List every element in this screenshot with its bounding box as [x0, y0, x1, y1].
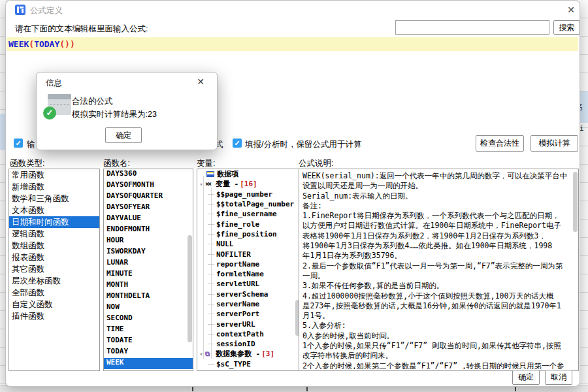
function-type-item[interactable]: 全部函数 — [9, 287, 99, 299]
valid-formula-message: 合法的公式 — [72, 96, 113, 107]
function-type-list: 常用函数新增函数数学和三角函数文本函数日期和时间函数逻辑函数数组函数报表函数其它… — [8, 169, 100, 371]
function-name-item[interactable]: TODAY — [104, 347, 193, 358]
scrollbar-thumb[interactable] — [188, 235, 192, 342]
tree-row[interactable]: serverSchema — [197, 289, 301, 299]
tree-row-label: 变量 - — [216, 179, 238, 189]
function-type-item[interactable]: 逻辑函数 — [9, 228, 99, 240]
tree-row-label: contextPath — [216, 330, 264, 338]
tree-row-label: $sC_TYPE — [216, 360, 251, 368]
tree-connector — [208, 254, 214, 255]
tree-row-label: sessionID — [216, 340, 255, 348]
analysis-keep-formula-label[interactable]: 填报/分析时，保留公式用于计算 — [245, 139, 361, 150]
tree-row[interactable]: serverPort — [197, 309, 301, 319]
expander-icon[interactable]: ▾ — [197, 351, 205, 357]
ok-button[interactable]: 确定 — [512, 370, 540, 385]
function-name-item[interactable]: TIME — [104, 325, 193, 336]
tree-row[interactable]: $$page_number — [197, 189, 301, 199]
function-type-item[interactable]: 日期和时间函数 — [9, 216, 99, 228]
formula-token: ( — [59, 39, 65, 49]
ruler-tick — [192, 387, 193, 391]
tree-row[interactable]: 数据项 — [197, 169, 301, 179]
function-type-item[interactable]: 新增函数 — [9, 181, 99, 193]
description-line: Serial_num:表示输入的日期。 — [302, 191, 572, 201]
function-type-item[interactable]: 数组函数 — [9, 240, 99, 252]
cancel-button[interactable]: 取消 — [545, 370, 572, 385]
tree-connector — [208, 274, 214, 274]
tree-row-label: formletName — [216, 270, 264, 278]
function-name-item[interactable]: ENDOFMONTH — [104, 225, 193, 236]
tree-row-label: serverName — [216, 300, 259, 308]
variable-icon: ×× — [205, 180, 214, 188]
analysis-keep-formula-checkbox[interactable]: ✓ — [233, 139, 242, 148]
tree-row[interactable]: formletName — [197, 269, 301, 279]
tree-row[interactable]: sessionID — [197, 339, 301, 349]
simulate-calc-button[interactable]: 模拟计算 — [531, 135, 578, 152]
ruler-tick — [515, 387, 516, 391]
function-name-item[interactable]: SECOND — [104, 314, 193, 325]
function-name-item[interactable]: TODATE — [104, 336, 193, 347]
description-line: 2个入参的时候,如果第二个参数是“F1”/“F7” ,转换日期的时候只用第一个参 — [302, 361, 572, 369]
expander-icon[interactable]: ▾ — [197, 181, 205, 188]
function-name-item[interactable]: DAYSOFYEAR — [104, 203, 193, 214]
function-type-item[interactable]: 层次坐标函数 — [9, 275, 99, 287]
function-name-item[interactable]: DAYSOFMONTH — [104, 180, 193, 191]
function-type-item[interactable]: 数学和三角函数 — [9, 193, 99, 204]
function-name-item[interactable]: MONTH — [104, 280, 193, 291]
search-input[interactable] — [395, 20, 549, 35]
formula-description-panel: WEEK(serial_num):返回一个代表一年中的第几周的数字，可以在决策平… — [299, 169, 579, 371]
function-type-item[interactable]: 报表函数 — [9, 252, 99, 263]
function-type-item[interactable]: 插件函数 — [9, 310, 99, 322]
function-name-item[interactable]: HOUR — [104, 236, 193, 247]
function-name-item[interactable]: DAYSOFQUARTER — [104, 191, 193, 203]
tree-row[interactable]: contextPath — [197, 329, 301, 339]
function-name-item[interactable]: LUNAR — [104, 258, 193, 269]
function-type-item[interactable]: 文本函数 — [9, 204, 99, 216]
tree-row[interactable]: $fine_position — [197, 229, 301, 239]
formula-token: WEEK — [8, 39, 29, 49]
function-name-list: DAYS360DAYSOFMONTHDAYSOFQUARTERDAYSOFYEA… — [103, 169, 193, 371]
tree-row[interactable]: NULL — [197, 239, 301, 249]
tree-connector — [208, 304, 214, 304]
tree-row[interactable]: $fine_role — [197, 219, 301, 229]
tree-row[interactable]: serverURL — [197, 319, 301, 329]
description-line: 2.最后一个参数取值“F1”代表以一月一号为第一周,“F7”表示完整的一周为第 — [302, 261, 572, 271]
function-name-item[interactable]: MONTHDELTA — [104, 291, 193, 302]
info-close-icon[interactable]: ✕ — [195, 76, 206, 88]
tree-row[interactable]: ▾××变量 - [16] — [197, 179, 301, 189]
description-line: 月1号。 — [302, 311, 572, 321]
function-name-item[interactable]: NOW — [104, 302, 193, 314]
tree-connector — [208, 214, 214, 214]
formula-description-label: 公式说明: — [299, 158, 333, 169]
function-name-item[interactable]: DAYVALUE — [104, 214, 193, 225]
variables-label: 变量: — [197, 158, 215, 169]
function-name-item[interactable]: MINUTE — [104, 269, 193, 280]
variables-tree: 数据项▾××变量 - [16]$$page_number$$totalPage_… — [197, 169, 301, 371]
close-icon[interactable]: ✕ — [565, 5, 577, 16]
export-keep-formula-label-left[interactable]: 输 — [27, 139, 35, 150]
function-type-item[interactable]: 常用函数 — [9, 169, 99, 181]
info-ok-button[interactable]: 确定 — [105, 127, 142, 143]
check-validity-button[interactable]: 检查合法性 — [476, 135, 524, 152]
tree-row-label: $$page_number — [216, 190, 272, 199]
description-line: 5.入参分析: — [302, 321, 572, 331]
tree-row[interactable]: serverName — [197, 299, 301, 309]
finereport-logo-icon — [15, 5, 25, 15]
description-line: 1个入参的时候,如果只传“F1”/“F7” 则取当前时间,如果传其他字符串,按照 — [302, 341, 572, 351]
tree-row[interactable]: servletURL — [197, 279, 301, 289]
tree-row[interactable]: NOFILTER — [197, 249, 301, 259]
tree-row[interactable]: ▾⧉数据集参数 - [3] — [197, 349, 301, 359]
function-name-item[interactable]: WEEK — [104, 358, 193, 369]
function-name-item[interactable]: ISWORKDAY — [104, 247, 193, 258]
export-keep-formula-checkbox[interactable]: ✓ — [14, 139, 23, 148]
tree-row[interactable]: reportName — [197, 259, 301, 269]
function-type-item[interactable]: 自定义函数 — [9, 299, 99, 310]
function-name-item[interactable]: DAYS360 — [104, 169, 193, 180]
tree-row-label: NULL — [216, 240, 234, 248]
search-button[interactable]: 搜索 — [553, 20, 580, 35]
tree-row[interactable]: $$totalPage_number — [197, 199, 301, 209]
tree-row[interactable]: $fine_username — [197, 209, 301, 219]
tree-row-label: serverPort — [216, 310, 259, 318]
function-type-item[interactable]: 其它函数 — [9, 263, 99, 275]
tree-row[interactable]: $sC_TYPE — [197, 359, 301, 369]
scrollbar-thumb[interactable] — [573, 172, 578, 232]
